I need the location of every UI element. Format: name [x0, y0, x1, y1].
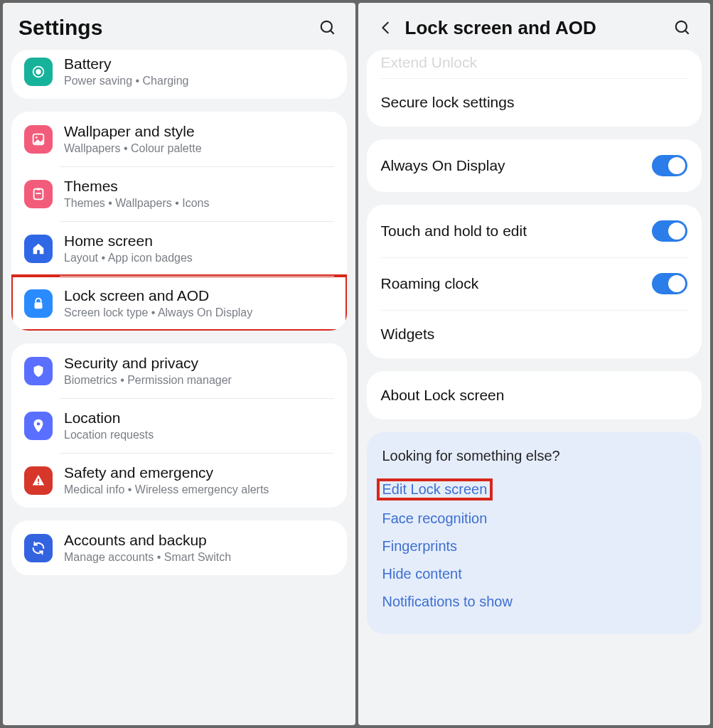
row-label: About Lock screen — [381, 387, 688, 404]
themes-icon — [24, 180, 53, 208]
toggle-aod[interactable] — [652, 155, 687, 176]
svg-line-1 — [330, 31, 333, 34]
item-title: Location — [64, 410, 334, 427]
row-roaming[interactable]: Roaming clock — [367, 257, 702, 310]
chevron-left-icon — [378, 20, 394, 36]
settings-list: BatteryPower saving • ChargingWallpaper … — [3, 50, 355, 725]
settings-group: Extend UnlockSecure lock settings — [367, 50, 702, 127]
item-subtitle: Themes • Wallpapers • Icons — [64, 197, 334, 210]
svg-rect-11 — [38, 478, 39, 482]
settings-group: Security and privacyBiometrics • Permiss… — [11, 343, 347, 508]
item-subtitle: Screen lock type • Always On Display — [64, 306, 334, 319]
settings-group: Accounts and backupManage accounts • Sma… — [11, 520, 347, 575]
row-extend[interactable]: Extend Unlock — [367, 50, 702, 78]
settings-group: Always On Display — [367, 139, 702, 192]
row-label: Widgets — [381, 326, 688, 343]
settings-group: About Lock screen — [367, 371, 702, 419]
svg-line-14 — [685, 31, 689, 34]
item-subtitle: Location requests — [64, 429, 334, 441]
page-title: Lock screen and AOD — [405, 17, 671, 39]
settings-item-wallpaper[interactable]: Wallpaper and styleWallpapers • Colour p… — [11, 112, 347, 166]
link-notif[interactable]: Notifications to show — [382, 594, 513, 610]
row-about[interactable]: About Lock screen — [367, 371, 702, 419]
settings-group: BatteryPower saving • Charging — [11, 50, 347, 99]
item-title: Lock screen and AOD — [64, 287, 334, 304]
svg-point-10 — [37, 422, 41, 425]
lockscreen-header: Lock screen and AOD — [358, 3, 711, 50]
warning-icon — [24, 466, 53, 495]
settings-item-lock[interactable]: Lock screen and AODScreen lock type • Al… — [11, 276, 347, 331]
link-face[interactable]: Face recognition — [382, 510, 488, 527]
lockscreen-list: Extend UnlockSecure lock settingsAlways … — [358, 50, 711, 725]
settings-item-security[interactable]: Security and privacyBiometrics • Permiss… — [11, 343, 347, 398]
svg-point-5 — [36, 136, 38, 138]
item-title: Safety and emergency — [64, 464, 334, 481]
shield-icon — [24, 357, 53, 385]
settings-group: Touch and hold to editRoaming clockWidge… — [367, 205, 702, 358]
settings-item-accounts[interactable]: Accounts and backupManage accounts • Sma… — [11, 520, 347, 575]
settings-header: Settings — [3, 3, 355, 50]
page-title: Settings — [18, 16, 316, 40]
toggle-touchhold[interactable] — [652, 220, 687, 242]
row-label: Touch and hold to edit — [381, 223, 653, 240]
back-button[interactable] — [374, 16, 398, 40]
item-title: Accounts and backup — [64, 532, 334, 549]
row-label: Roaming clock — [381, 275, 653, 292]
lock-icon — [24, 289, 53, 318]
link-finger[interactable]: Fingerprints — [382, 538, 458, 555]
location-icon — [24, 412, 53, 440]
item-subtitle: Medical info • Wireless emergency alerts — [64, 483, 334, 496]
battery-icon — [24, 58, 53, 86]
item-title: Battery — [64, 55, 334, 73]
wallpaper-icon — [24, 125, 53, 154]
row-aod[interactable]: Always On Display — [367, 139, 702, 192]
row-secure[interactable]: Secure lock settings — [367, 78, 702, 127]
toggle-roaming[interactable] — [652, 273, 687, 294]
settings-group: Wallpaper and styleWallpapers • Colour p… — [11, 112, 347, 331]
row-label: Extend Unlock — [381, 54, 688, 71]
sync-icon — [24, 534, 53, 562]
item-subtitle: Wallpapers • Colour palette — [64, 142, 334, 155]
home-icon — [24, 235, 53, 263]
svg-point-13 — [676, 21, 687, 32]
svg-rect-7 — [36, 188, 41, 190]
search-button[interactable] — [316, 16, 340, 40]
search-button[interactable] — [670, 16, 695, 40]
item-subtitle: Manage accounts • Smart Switch — [64, 551, 334, 564]
item-subtitle: Layout • App icon badges — [64, 252, 334, 264]
svg-rect-12 — [38, 483, 39, 484]
settings-item-battery[interactable]: BatteryPower saving • Charging — [11, 50, 347, 99]
svg-rect-9 — [35, 302, 43, 309]
settings-screen: Settings BatteryPower saving • ChargingW… — [3, 3, 355, 725]
item-title: Themes — [64, 178, 334, 195]
search-icon — [673, 18, 692, 37]
link-hide[interactable]: Hide content — [382, 566, 462, 582]
item-subtitle: Power saving • Charging — [64, 75, 334, 87]
item-subtitle: Biometrics • Permission manager — [64, 374, 334, 387]
related-heading: Looking for something else? — [382, 448, 687, 464]
item-title: Wallpaper and style — [64, 123, 334, 140]
row-label: Secure lock settings — [381, 94, 688, 111]
settings-item-safety[interactable]: Safety and emergencyMedical info • Wirel… — [11, 453, 347, 508]
item-title: Home screen — [64, 232, 334, 250]
lockscreen-aod-screen: Lock screen and AOD Extend UnlockSecure … — [358, 3, 711, 725]
svg-point-0 — [321, 21, 331, 32]
search-icon — [318, 18, 337, 37]
settings-item-home[interactable]: Home screenLayout • App icon badges — [11, 221, 347, 276]
row-widgets[interactable]: Widgets — [367, 310, 702, 358]
settings-item-themes[interactable]: ThemesThemes • Wallpapers • Icons — [11, 166, 347, 221]
row-label: Always On Display — [381, 157, 653, 174]
settings-item-location[interactable]: LocationLocation requests — [11, 398, 347, 453]
link-editlock[interactable]: Edit Lock screen — [378, 480, 492, 499]
item-title: Security and privacy — [64, 355, 334, 372]
related-links-card: Looking for something else?Edit Lock scr… — [367, 432, 702, 634]
svg-point-3 — [36, 69, 41, 74]
row-touchhold[interactable]: Touch and hold to edit — [367, 205, 702, 257]
